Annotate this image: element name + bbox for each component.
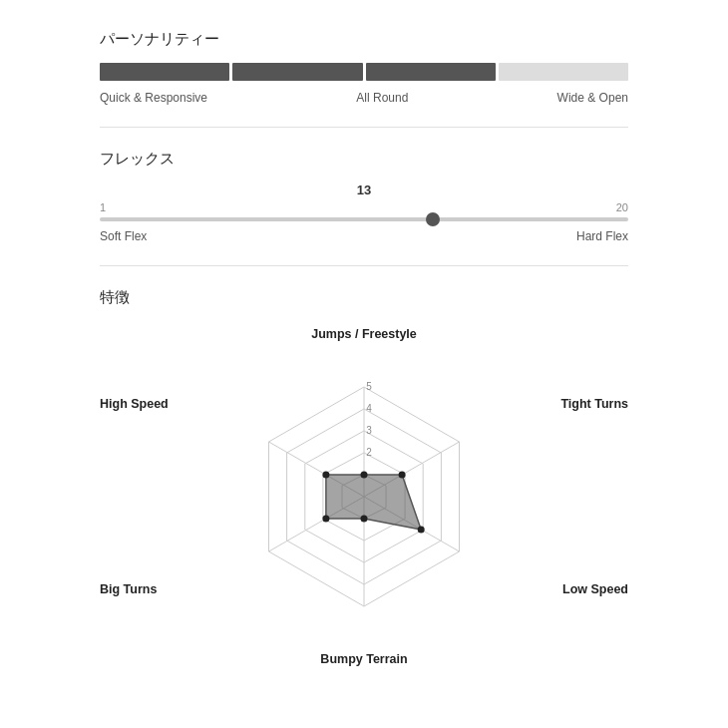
label-bumpy: Bumpy Terrain bbox=[320, 652, 407, 666]
characteristics-title: 特徴 bbox=[100, 288, 628, 307]
svg-point-16 bbox=[399, 472, 406, 479]
svg-text:5: 5 bbox=[366, 381, 372, 392]
svg-point-20 bbox=[322, 472, 329, 479]
svg-text:3: 3 bbox=[366, 425, 372, 436]
label-low-speed: Low Speed bbox=[562, 582, 628, 596]
slider-thumb bbox=[426, 212, 440, 226]
radar-wrapper: Jumps / Freestyle Tight Turns Low Speed … bbox=[100, 327, 628, 666]
slider-track bbox=[100, 217, 628, 221]
flex-labels: Soft Flex Hard Flex bbox=[100, 229, 628, 243]
personality-section: パーソナリティー Quick & Responsive All Round Wi… bbox=[100, 30, 628, 105]
scale-labels: 5 4 3 2 bbox=[366, 381, 372, 458]
divider-2 bbox=[100, 265, 628, 266]
label-jumps: Jumps / Freestyle bbox=[311, 327, 417, 341]
label-high-speed: High Speed bbox=[100, 397, 169, 411]
divider-1 bbox=[100, 127, 628, 128]
segment-3 bbox=[366, 63, 496, 81]
segment-1 bbox=[100, 63, 229, 81]
radar-data-polygon bbox=[326, 475, 421, 530]
flex-min: 1 bbox=[100, 201, 106, 213]
personality-title: パーソナリティー bbox=[100, 30, 628, 49]
flex-range: 1 20 bbox=[100, 201, 628, 213]
flex-slider[interactable] bbox=[100, 217, 628, 221]
svg-point-18 bbox=[361, 516, 368, 523]
svg-point-15 bbox=[361, 472, 368, 479]
label-allround: All Round bbox=[356, 91, 408, 105]
flex-max: 20 bbox=[616, 201, 628, 213]
flex-section: フレックス 13 1 20 Soft Flex Hard Flex bbox=[100, 150, 628, 243]
svg-point-19 bbox=[322, 516, 329, 523]
label-quick: Quick & Responsive bbox=[100, 91, 207, 105]
flex-value-row: 13 bbox=[100, 182, 628, 197]
hard-flex-label: Hard Flex bbox=[576, 229, 628, 243]
svg-point-17 bbox=[418, 527, 425, 534]
flex-title: フレックス bbox=[100, 150, 628, 169]
flex-value: 13 bbox=[357, 182, 371, 197]
label-tight-turns: Tight Turns bbox=[560, 397, 628, 411]
segment-4 bbox=[499, 63, 628, 81]
personality-bar bbox=[100, 63, 628, 81]
soft-flex-label: Soft Flex bbox=[100, 229, 147, 243]
segment-2 bbox=[232, 63, 362, 81]
label-big-turns: Big Turns bbox=[100, 582, 157, 596]
characteristics-section: 特徴 Jumps / Freestyle Tight Turns Low Spe… bbox=[100, 288, 628, 666]
svg-text:4: 4 bbox=[366, 403, 372, 414]
svg-text:2: 2 bbox=[366, 447, 372, 458]
radar-svg: 5 4 3 2 bbox=[184, 327, 544, 666]
label-wide: Wide & Open bbox=[557, 91, 628, 105]
personality-labels: Quick & Responsive All Round Wide & Open bbox=[100, 91, 628, 105]
